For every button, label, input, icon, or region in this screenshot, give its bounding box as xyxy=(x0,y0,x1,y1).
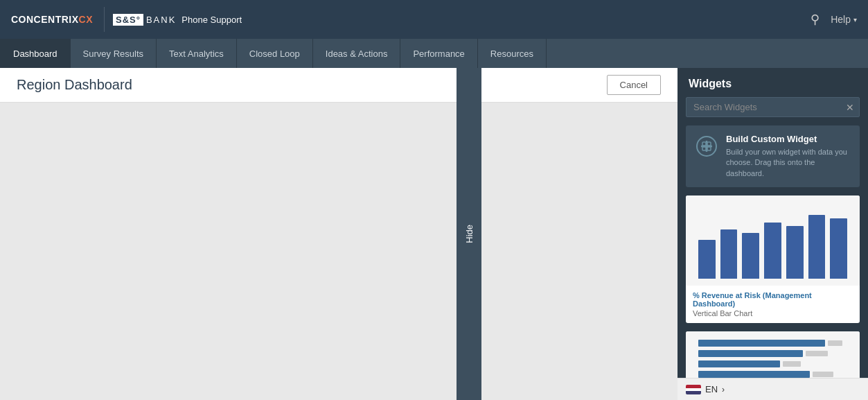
hbar-3 xyxy=(698,360,780,367)
svg-rect-3 xyxy=(702,142,706,146)
hbar-row-3 xyxy=(698,360,847,367)
widgets-panel: Widgets ✕ Build Custom Widget Bui xyxy=(677,68,868,400)
hbar-4 xyxy=(698,371,810,378)
widget-card-revenue[interactable]: % Revenue at Risk (Management Dashboard)… xyxy=(686,195,860,323)
hbar-2 xyxy=(698,350,803,357)
hide-panel-label: Hide xyxy=(464,225,475,243)
ss-logo: S&S° xyxy=(113,14,143,26)
help-label: Help xyxy=(831,14,851,25)
build-widget-description: Build your own widget with data you choo… xyxy=(726,147,851,179)
page-title: Region Dashboard xyxy=(17,77,132,93)
language-code: EN xyxy=(705,384,718,394)
concentrix-logo: CONCENTRIXCX xyxy=(11,14,93,25)
build-widget-text: Build Custom Widget Build your own widge… xyxy=(726,134,851,179)
search-icon[interactable]: ⚲ xyxy=(811,12,820,27)
search-input[interactable] xyxy=(686,97,860,117)
bar-3 xyxy=(742,233,759,279)
widget-card-title-revenue: % Revenue at Risk (Management Dashboard) xyxy=(693,291,853,308)
top-header: CONCENTRIXCX S&S° BANK Phone Support ⚲ H… xyxy=(0,0,868,39)
bar-1 xyxy=(698,240,716,279)
search-clear-icon[interactable]: ✕ xyxy=(846,102,854,113)
bank-logo: S&S° BANK xyxy=(113,14,176,26)
nav-item-resources[interactable]: Resources xyxy=(478,39,547,68)
bar-7 xyxy=(830,218,847,279)
nav-item-performance[interactable]: Performance xyxy=(400,39,477,68)
cancel-button[interactable]: Cancel xyxy=(607,75,661,95)
hbar-label-2 xyxy=(806,351,828,356)
hbar-label-3 xyxy=(783,361,801,367)
bar-2 xyxy=(720,229,738,279)
bank-name: BANK xyxy=(146,15,176,25)
bar-5 xyxy=(786,226,804,279)
main-layout: Region Dashboard Cancel Hide Widgets ✕ xyxy=(0,68,868,400)
nav-item-survey-results[interactable]: Survey Results xyxy=(71,39,157,68)
chevron-down-icon: ▾ xyxy=(853,16,857,24)
widgets-title: Widgets xyxy=(677,68,868,97)
language-flag xyxy=(686,385,701,394)
nav-item-text-analytics[interactable]: Text Analytics xyxy=(157,39,237,68)
svg-rect-6 xyxy=(707,147,711,150)
help-menu[interactable]: Help ▾ xyxy=(831,14,857,25)
build-custom-widget-card[interactable]: Build Custom Widget Build your own widge… xyxy=(686,125,860,187)
hbar-row-4 xyxy=(698,371,847,378)
widgets-search-container: ✕ xyxy=(686,97,860,117)
hbar-label-4 xyxy=(813,372,833,377)
build-widget-title: Build Custom Widget xyxy=(726,134,851,144)
language-chevron-icon: › xyxy=(722,385,725,394)
nav-item-dashboard[interactable]: Dashboard xyxy=(0,39,71,68)
logo-divider xyxy=(104,7,105,32)
nav-bar: Dashboard Survey Results Text Analytics … xyxy=(0,39,868,68)
widget-card-type-revenue: Vertical Bar Chart xyxy=(693,309,853,318)
page-header: Region Dashboard Cancel xyxy=(0,68,677,103)
svg-rect-5 xyxy=(702,147,706,150)
nav-item-closed-loop[interactable]: Closed Loop xyxy=(237,39,313,68)
hbar-label-1 xyxy=(828,340,843,346)
svg-rect-4 xyxy=(707,142,711,146)
phone-support-label: Phone Support xyxy=(181,15,242,25)
bar-chart xyxy=(693,202,853,279)
hide-panel-button[interactable]: Hide xyxy=(457,68,481,400)
hbar-row-1 xyxy=(698,340,847,347)
bar-6 xyxy=(808,215,826,279)
nav-item-ideas-actions[interactable]: Ideas & Actions xyxy=(313,39,401,68)
content-area: Region Dashboard Cancel Hide xyxy=(0,68,677,400)
hbar-row-2 xyxy=(698,350,847,357)
build-widget-icon xyxy=(694,134,719,159)
widget-card-preview-bar xyxy=(686,195,860,286)
bar-4 xyxy=(764,223,781,279)
widget-card-info-revenue: % Revenue at Risk (Management Dashboard)… xyxy=(686,286,860,323)
hbar-1 xyxy=(698,340,825,347)
language-selector[interactable]: EN › xyxy=(677,378,868,400)
